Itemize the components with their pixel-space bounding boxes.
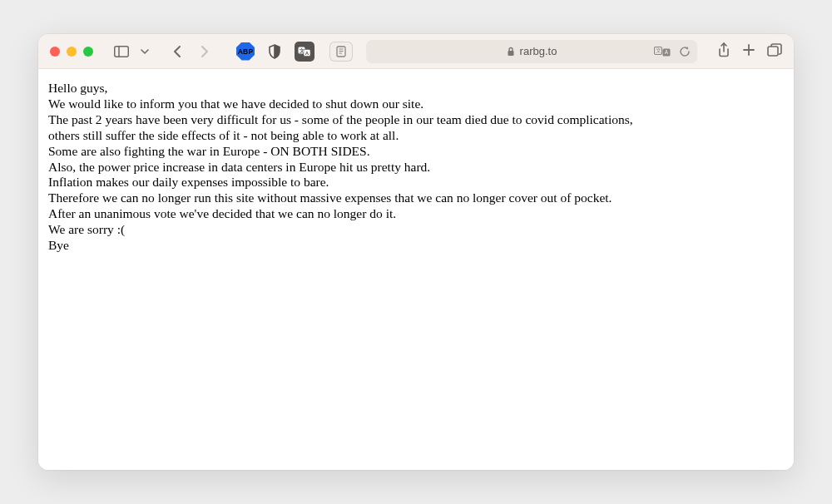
address-bar-actions: 文 A <box>654 46 691 57</box>
message-line: After an unanimous vote we've decided th… <box>48 206 784 222</box>
sidebar-dropdown-button[interactable] <box>138 41 151 62</box>
message-line: Inflation makes our daily expenses impos… <box>48 175 784 190</box>
svg-rect-15 <box>768 47 778 56</box>
nav-controls <box>165 41 216 62</box>
translate-extension-button[interactable]: 文 A <box>295 42 314 62</box>
tab-overview-button[interactable] <box>767 43 782 60</box>
message-line: others still suffer the side effects of … <box>48 128 784 144</box>
privacy-shield-button[interactable] <box>263 41 286 62</box>
chevron-right-icon <box>201 45 210 58</box>
message-line: Therefore we can no longer run this site… <box>48 190 784 206</box>
toolbar: ABP 文 A <box>38 34 794 69</box>
browser-window: ABP 文 A <box>38 34 794 470</box>
message-line: We would like to inform you that we have… <box>48 96 784 112</box>
translate-icon: 文 A <box>298 46 311 57</box>
svg-text:文: 文 <box>656 47 661 53</box>
message-line: Some are also fighting the war in Europe… <box>48 144 784 160</box>
plus-icon <box>742 43 755 57</box>
reader-mode-button[interactable] <box>329 42 353 62</box>
reader-icon <box>336 46 346 57</box>
window-minimize-button[interactable] <box>67 47 77 57</box>
svg-text:文: 文 <box>299 47 305 52</box>
svg-rect-10 <box>508 51 513 56</box>
traffic-lights <box>50 47 93 57</box>
forward-button[interactable] <box>193 41 216 62</box>
message-line: Hello guys, <box>48 81 784 96</box>
sidebar-toggle-button[interactable] <box>110 41 133 62</box>
sidebar-controls <box>110 41 151 62</box>
url-host: rarbg.to <box>520 45 557 57</box>
reload-icon[interactable] <box>679 46 691 57</box>
window-maximize-button[interactable] <box>83 47 93 57</box>
window-close-button[interactable] <box>50 47 60 57</box>
svg-text:A: A <box>305 50 310 55</box>
adblock-extension-button[interactable]: ABP <box>236 42 255 61</box>
page-content: Hello guys, We would like to inform you … <box>38 69 794 470</box>
translate-page-icon[interactable]: 文 A <box>654 46 672 57</box>
shield-icon <box>268 44 281 59</box>
chevron-down-icon <box>141 49 149 54</box>
svg-text:A: A <box>665 49 669 55</box>
message-line: Bye <box>48 238 784 254</box>
lock-icon <box>507 47 515 57</box>
chevron-left-icon <box>172 45 181 58</box>
svg-rect-0 <box>115 46 129 57</box>
right-toolbar-actions <box>717 42 782 61</box>
tabs-icon <box>767 43 782 57</box>
message-line: We are sorry :( <box>48 222 784 238</box>
back-button[interactable] <box>165 41 188 62</box>
share-icon <box>717 42 730 57</box>
message-line: Also, the power price increase in data c… <box>48 160 784 175</box>
address-bar[interactable]: rarbg.to 文 A <box>366 40 697 63</box>
new-tab-button[interactable] <box>742 43 755 60</box>
share-button[interactable] <box>717 42 730 61</box>
extensions: ABP 文 A <box>236 41 314 62</box>
abp-icon: ABP <box>236 42 255 61</box>
address-bar-content: rarbg.to <box>507 45 557 57</box>
message-line: The past 2 years have been very difficul… <box>48 112 784 128</box>
